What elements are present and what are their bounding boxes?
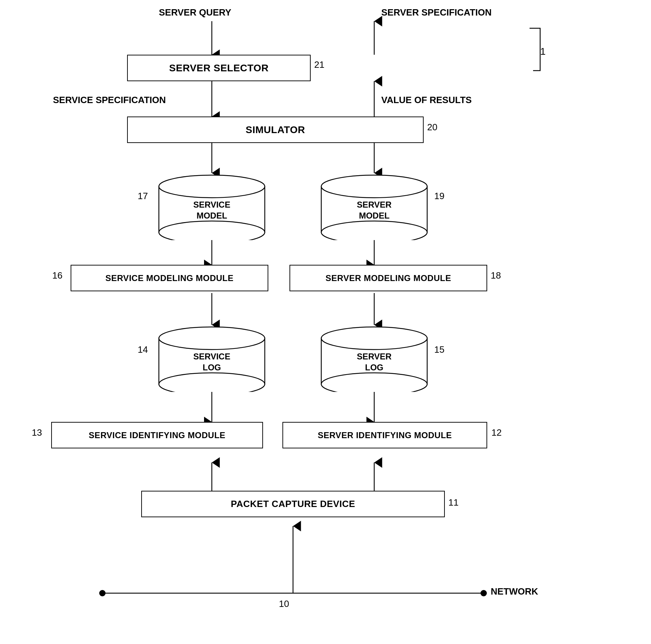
service-modeling-box: SERVICE MODELING MODULE [71, 265, 268, 291]
service-model-cylinder: SERVICE MODEL [155, 173, 268, 240]
ref-19: 19 [434, 191, 444, 202]
ref-10: 10 [279, 598, 289, 609]
value-of-results-label: VALUE OF RESULTS [381, 95, 472, 106]
svg-point-20 [99, 590, 106, 596]
service-log-label: SERVICE LOG [193, 351, 231, 373]
server-log-cylinder: SERVER LOG [318, 325, 431, 392]
ref-18: 18 [491, 270, 501, 281]
network-label: NETWORK [491, 586, 538, 597]
ref-21: 21 [314, 59, 324, 70]
service-log-cylinder: SERVICE LOG [155, 325, 268, 392]
simulator-box: SIMULATOR [127, 117, 424, 143]
svg-point-33 [321, 327, 427, 350]
server-query-label: SERVER QUERY [159, 7, 231, 18]
server-model-label: SERVER MODEL [357, 199, 392, 221]
svg-point-30 [159, 327, 265, 350]
ref-12: 12 [491, 427, 502, 438]
ref-11: 11 [448, 497, 459, 508]
svg-point-28 [321, 221, 427, 240]
service-specification-label: SERVICE SPECIFICATION [53, 95, 166, 106]
server-log-label: SERVER LOG [357, 351, 392, 373]
server-selector-box: SERVER SELECTOR [127, 55, 311, 81]
server-modeling-box: SERVER MODELING MODULE [289, 265, 487, 291]
svg-point-25 [159, 221, 265, 240]
service-identifying-box: SERVICE IDENTIFYING MODULE [51, 422, 263, 448]
ref-1: 1 [540, 46, 546, 57]
server-model-cylinder: SERVER MODEL [318, 173, 431, 240]
service-model-label: SERVICE MODEL [193, 199, 231, 221]
ref-15: 15 [434, 344, 444, 355]
packet-capture-box: PACKET CAPTURE DEVICE [141, 491, 445, 517]
ref-20: 20 [427, 122, 437, 133]
diagram: SERVER QUERY SERVER SPECIFICATION SERVER… [0, 0, 651, 644]
ref-16: 16 [52, 270, 62, 281]
svg-point-27 [321, 175, 427, 198]
ref-17: 17 [138, 191, 148, 202]
ref-14: 14 [138, 344, 148, 355]
svg-point-31 [159, 373, 265, 392]
server-specification-label: SERVER SPECIFICATION [381, 7, 492, 18]
svg-point-34 [321, 373, 427, 392]
server-identifying-box: SERVER IDENTIFYING MODULE [282, 422, 487, 448]
svg-point-24 [159, 175, 265, 198]
svg-point-21 [480, 590, 487, 596]
ref-13: 13 [32, 427, 42, 438]
